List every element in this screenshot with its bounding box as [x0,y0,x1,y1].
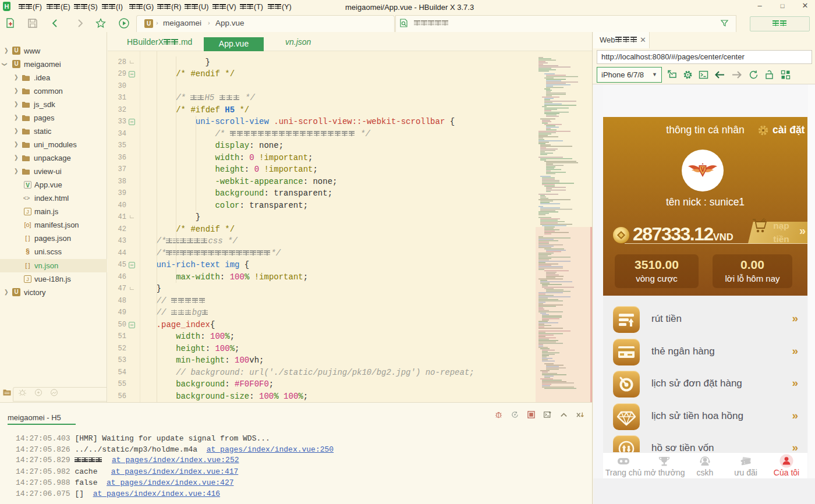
svg-text:V: V [701,166,705,173]
